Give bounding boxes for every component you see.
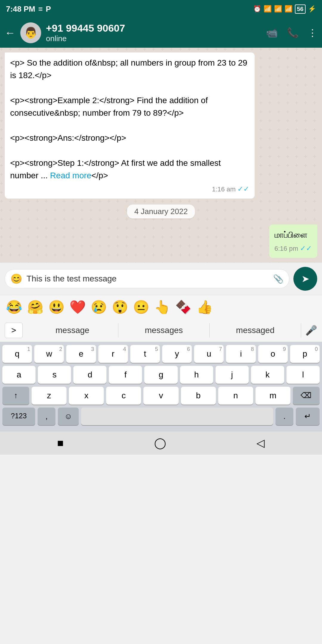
key-t[interactable]: t5 (130, 345, 160, 363)
lte-icon1: 📶 (264, 5, 272, 13)
key-c[interactable]: c (106, 387, 141, 405)
status-bar-right: ⏰ 📶 📶 📶 56 ⚡ (253, 4, 316, 14)
emoji-button[interactable]: 😊 (10, 273, 22, 284)
key-z[interactable]: z (32, 387, 66, 405)
key-emoji-switch[interactable]: ☺ (58, 408, 79, 425)
voice-call-button[interactable]: 📞 (287, 27, 299, 38)
input-area: 😊 📎 ➤ (0, 263, 322, 295)
attachment-button[interactable]: 📎 (273, 274, 284, 284)
header-icons: 📹 📞 ⋮ (266, 27, 317, 38)
key-d[interactable]: d (73, 366, 106, 384)
key-space[interactable] (81, 408, 273, 425)
autocomplete-expand-button[interactable]: > (5, 323, 23, 338)
autocomplete-bar: > message messages messaged 🎤 (0, 319, 322, 342)
keyboard-row-2: a s d f g h j k l (2, 366, 320, 384)
read-more-link[interactable]: Read more (50, 171, 92, 180)
received-message-bubble: <p> So the addition of&nbsp; all numbers… (5, 52, 255, 199)
autocomplete-word-1[interactable]: message (27, 323, 118, 338)
expand-arrow-icon: > (11, 326, 16, 335)
emoji-laughing[interactable]: 😂 (6, 299, 22, 315)
key-period[interactable]: . (275, 408, 293, 425)
sent-message-text: மாப்பிளை (275, 230, 308, 239)
mic-button[interactable]: 🎤 (305, 325, 317, 336)
text-input-container[interactable]: 😊 📎 (5, 269, 289, 288)
key-u[interactable]: u7 (194, 345, 224, 363)
back-button[interactable]: ← (5, 27, 16, 39)
status-bar-left: 7:48 PM ≡ P (6, 4, 51, 14)
alarm-icon: ⏰ (253, 5, 261, 13)
emoji-surprised[interactable]: 😲 (112, 299, 128, 315)
nav-back-button[interactable]: ◁ (256, 437, 265, 449)
key-l[interactable]: l (287, 366, 320, 384)
key-j[interactable]: j (216, 366, 249, 384)
key-s[interactable]: s (38, 366, 71, 384)
key-v[interactable]: v (143, 387, 178, 405)
chat-header: ← 👨 +91 99445 90607 online 📹 📞 ⋮ (0, 18, 322, 48)
emoji-chocolate[interactable]: 🍫 (175, 299, 192, 315)
key-i[interactable]: i8 (226, 345, 256, 363)
sent-message-meta: 6:16 pm ✓✓ (275, 243, 312, 254)
key-backspace[interactable]: ⌫ (293, 387, 320, 405)
keyboard-row-3: ↑ z x c v b n m ⌫ (2, 387, 320, 405)
autocomplete-word-2[interactable]: messages (118, 323, 210, 338)
key-g[interactable]: g (144, 366, 177, 384)
lte-icon2: 📶 (274, 5, 282, 13)
emoji-neutral[interactable]: 😐 (133, 299, 149, 315)
keyboard-row-4: ?123 , ☺ . ↵ (2, 408, 320, 425)
sim-icon: ≡ (38, 4, 43, 14)
video-call-button[interactable]: 📹 (266, 27, 278, 38)
contact-name: +91 99445 90607 (46, 22, 261, 34)
key-x[interactable]: x (69, 387, 104, 405)
emoji-bar: 😂 🤗 😃 ❤️ 😢 😲 😐 👆 🍫 👍 (0, 295, 322, 319)
p-icon: P (46, 4, 51, 14)
chat-area: <p> So the addition of&nbsp; all numbers… (0, 48, 322, 263)
more-options-button[interactable]: ⋮ (308, 27, 317, 38)
contact-info[interactable]: +91 99445 90607 online (46, 22, 261, 43)
key-e[interactable]: e3 (66, 345, 96, 363)
key-a[interactable]: a (2, 366, 35, 384)
time-display: 7:48 PM (6, 4, 35, 14)
key-enter[interactable]: ↵ (296, 408, 320, 425)
wifi-icon: 📶 (284, 5, 292, 13)
key-comma[interactable]: , (38, 408, 55, 425)
key-b[interactable]: b (181, 387, 216, 405)
key-o[interactable]: o9 (258, 345, 288, 363)
key-m[interactable]: m (256, 387, 290, 405)
date-pill: 4 January 2022 (127, 205, 195, 219)
key-r[interactable]: r4 (98, 345, 128, 363)
navigation-bar: ■ ◯ ◁ (0, 431, 322, 455)
emoji-heart[interactable]: ❤️ (69, 299, 86, 315)
received-message-time: 1:16 am (212, 184, 236, 194)
keyboard[interactable]: q1 w2 e3 r4 t5 y6 u7 i8 o9 p0 a s d f g … (0, 342, 322, 431)
key-f[interactable]: f (109, 366, 142, 384)
sent-message-ticks: ✓✓ (300, 243, 312, 254)
emoji-cry[interactable]: 😢 (91, 299, 107, 315)
contact-status: online (46, 34, 261, 43)
key-n[interactable]: n (218, 387, 253, 405)
key-y[interactable]: y6 (162, 345, 192, 363)
key-p[interactable]: p0 (290, 345, 320, 363)
key-w[interactable]: w2 (34, 345, 64, 363)
battery-indicator: 56 (295, 4, 306, 14)
emoji-hug[interactable]: 🤗 (27, 299, 44, 315)
message-input[interactable] (27, 274, 269, 284)
nav-square-button[interactable]: ■ (57, 437, 64, 449)
key-num-switch[interactable]: ?123 (2, 408, 35, 425)
key-h[interactable]: h (180, 366, 213, 384)
autocomplete-word-3[interactable]: messaged (210, 323, 301, 338)
send-icon: ➤ (301, 273, 309, 284)
nav-home-button[interactable]: ◯ (154, 437, 166, 449)
received-message-meta: 1:16 am ✓✓ (10, 184, 249, 194)
emoji-grin[interactable]: 😃 (48, 299, 65, 315)
sent-message-bubble: மாப்பிளை 6:16 pm ✓✓ (269, 225, 318, 258)
keyboard-row-1: q1 w2 e3 r4 t5 y6 u7 i8 o9 p0 (2, 345, 320, 363)
contact-avatar[interactable]: 👨 (20, 22, 41, 43)
key-k[interactable]: k (251, 366, 284, 384)
key-q[interactable]: q1 (2, 345, 32, 363)
received-message-ticks: ✓✓ (237, 184, 249, 194)
send-button[interactable]: ➤ (293, 267, 317, 291)
date-separator: 4 January 2022 (5, 205, 317, 219)
key-shift[interactable]: ↑ (2, 387, 29, 405)
emoji-point-up[interactable]: 👆 (154, 299, 171, 315)
emoji-thumbs-up[interactable]: 👍 (196, 299, 213, 315)
